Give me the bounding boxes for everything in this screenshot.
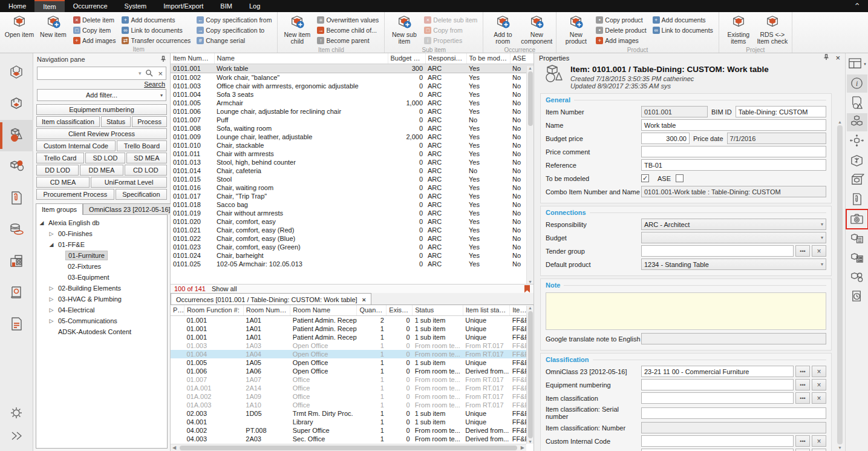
ase-checkbox[interactable] bbox=[676, 174, 684, 182]
rightbar-attachments-icon[interactable] bbox=[847, 191, 867, 209]
rightbar-components-icon[interactable] bbox=[847, 268, 867, 286]
tree-collapsed-icon[interactable]: ▷ bbox=[47, 296, 56, 302]
to-be-modeled-checkbox[interactable]: ✓ bbox=[641, 174, 649, 182]
filter-chip-procurement-process[interactable]: Procurement Process bbox=[36, 189, 114, 200]
delete-item-button[interactable]: ×Delete item bbox=[71, 15, 117, 25]
scroll-down-icon[interactable]: ▼ bbox=[838, 446, 842, 450]
table-row[interactable]: 0101.023Chair, comfort, easy (Green)0ARC… bbox=[171, 243, 537, 251]
show-all-link[interactable]: Show all bbox=[212, 285, 237, 292]
table-row[interactable]: 01.0061A06Open Office10From room te...De… bbox=[171, 367, 534, 375]
rightbar-camera-icon[interactable] bbox=[847, 210, 867, 228]
menu-tab-home[interactable]: Home bbox=[0, 0, 34, 12]
bookmark-icon[interactable] bbox=[524, 285, 530, 293]
close-tab-icon[interactable]: × bbox=[362, 296, 366, 303]
filter-chip-process[interactable]: Process bbox=[132, 116, 167, 127]
table-row[interactable]: 0101.021Chair, comfort, easy (Red)0ARCYe… bbox=[171, 226, 537, 234]
search-input[interactable] bbox=[38, 70, 136, 77]
column-header-budget-price[interactable]: Budget price bbox=[388, 53, 425, 64]
table-row[interactable]: 0101.022Chair, comfort, easy (Blue)0ARCY… bbox=[171, 234, 537, 243]
menu-tab-system[interactable]: System bbox=[116, 0, 155, 12]
column-header-room-number[interactable]: Room Number bbox=[243, 305, 290, 315]
filter-chip-item-classification[interactable]: Item classification bbox=[36, 116, 100, 127]
leftbar-expand-icon[interactable] bbox=[9, 430, 24, 443]
filter-chip-client-review-process[interactable]: Client Review Process bbox=[36, 128, 167, 139]
lookup-button[interactable]: ••• bbox=[795, 449, 810, 451]
table-row[interactable]: 0101.005Armchair1,000ARCYesNo bbox=[171, 99, 537, 107]
rightbar-move-3d-icon[interactable] bbox=[847, 133, 867, 151]
menu-tab-log[interactable]: Log bbox=[241, 0, 269, 12]
copy-product-button[interactable]: •Copy product bbox=[594, 15, 648, 25]
filter-chip-custom-internal-code[interactable]: Custom Internal Code bbox=[36, 140, 116, 151]
menu-tab-bim[interactable]: BIM bbox=[212, 0, 241, 12]
tree-expanded-icon[interactable]: ◢ bbox=[47, 242, 56, 248]
tree-collapsed-icon[interactable]: ▷ bbox=[47, 307, 56, 313]
pin-icon[interactable] bbox=[160, 56, 166, 64]
ribbon-collapse-icon[interactable]: ⌃ bbox=[846, 0, 868, 12]
tree-node[interactable]: ▷02-Building Elements bbox=[36, 283, 167, 294]
column-header-name[interactable]: Name bbox=[214, 53, 388, 64]
change-serial-button[interactable]: #Change serial bbox=[195, 35, 273, 45]
menu-tab-occurrence[interactable]: Occurrence bbox=[65, 0, 116, 12]
leftbar-rooms-alt-icon[interactable] bbox=[0, 88, 33, 120]
table-row[interactable]: 0101.024Chair, barheight0ARCYesNo bbox=[171, 251, 537, 260]
table-row[interactable]: 04.001Library101 sub itemUniqueFF&E bbox=[171, 418, 534, 426]
column-header-room-name[interactable]: Room Name bbox=[290, 305, 357, 315]
table-row[interactable]: 0101.007Puff0ARCNoNo bbox=[171, 116, 537, 124]
tree-node[interactable]: 02-Fixtures bbox=[36, 261, 167, 272]
field-input[interactable] bbox=[641, 146, 826, 157]
field-input[interactable]: Work table bbox=[641, 119, 826, 131]
search-history-chevron-icon[interactable]: ▾ bbox=[136, 70, 144, 76]
table-row[interactable]: 0101.010Chair, stackable0ARCYesNo bbox=[171, 141, 537, 150]
filter-chip-uniformat-level[interactable]: UniFormat Level bbox=[91, 177, 167, 188]
lookup-button[interactable]: ••• bbox=[795, 435, 810, 447]
table-row[interactable]: 01A.0012A14Office10From room te...From R… bbox=[171, 384, 534, 392]
table-row[interactable]: 01.0011A01Patient Admin. Recept.101 sub … bbox=[171, 324, 534, 333]
note-textarea[interactable] bbox=[546, 292, 826, 330]
table-row[interactable]: 0101.008Sofa, waiting room0ARCYesNo bbox=[171, 124, 537, 133]
rightbar-item-qr-icon[interactable] bbox=[847, 249, 867, 267]
scroll-up-icon[interactable]: ▲ bbox=[528, 306, 532, 310]
field-input[interactable]: TB-01 bbox=[641, 159, 826, 171]
tree-node[interactable]: ◢Alexia English db bbox=[36, 217, 167, 228]
column-header-room-function-[interactable]: Room Function #: bbox=[184, 305, 243, 315]
dropdown-budget[interactable]: ▾ bbox=[641, 232, 826, 243]
open-item-button[interactable]: Open item bbox=[2, 13, 36, 39]
rightbar-layout-selector-icon[interactable]: ▾ bbox=[847, 55, 867, 73]
properties-scrollbar[interactable]: ▲ ▼ bbox=[836, 120, 844, 450]
tree-node[interactable]: ◢01-FF&E bbox=[36, 239, 167, 250]
occurrences-horizontal-scrollbar[interactable]: ◀ ▶ bbox=[171, 444, 526, 451]
tree-node[interactable]: 01-Furniture bbox=[36, 250, 167, 261]
tree-collapsed-icon[interactable]: ▷ bbox=[47, 318, 56, 324]
lookup-button[interactable]: ••• bbox=[795, 379, 810, 390]
add-filter-button[interactable]: Add filter... ▾ bbox=[37, 89, 166, 101]
new-item-button[interactable]: New item bbox=[36, 13, 70, 39]
table-row[interactable]: 0101.013Stool, high, behind counter0ARCY… bbox=[171, 158, 537, 166]
table-row[interactable]: 01A.0021A09Office10From room te...From R… bbox=[171, 392, 534, 401]
column-header-quantity[interactable]: Quantity bbox=[357, 305, 387, 315]
table-row[interactable]: 01A.0031A10Office10From room te...From R… bbox=[171, 401, 534, 409]
clear-link-icon[interactable]: × bbox=[812, 245, 826, 257]
field-input[interactable] bbox=[641, 392, 794, 404]
close-panel-icon[interactable]: × bbox=[835, 53, 840, 62]
scroll-left-icon[interactable]: ◀ bbox=[171, 445, 178, 450]
dropdown-default-product[interactable]: 1234 - Standing Table▾ bbox=[641, 258, 826, 270]
filter-chip-cd-mea[interactable]: CD MEA bbox=[36, 177, 90, 188]
rightbar-sub-items-icon[interactable] bbox=[847, 113, 867, 131]
existing-items-button[interactable]: Existing items bbox=[722, 13, 755, 46]
search-clear-icon[interactable]: × bbox=[155, 69, 166, 78]
rightbar-item-list-icon[interactable] bbox=[847, 229, 867, 248]
table-row[interactable]: 0101.006Lounge chair, adjustable for rec… bbox=[171, 107, 537, 116]
column-header-item-number[interactable]: Item Number bbox=[171, 53, 214, 64]
table-row[interactable]: 0101.002Work chair, "balance"0ARCYesNo bbox=[171, 73, 537, 82]
dropdown-responsibility[interactable]: ARC - Architect▾ bbox=[641, 219, 826, 230]
tree-node[interactable]: ▷03-HVAC & Plumbing bbox=[36, 294, 167, 305]
transfer-occurrences-button[interactable]: ⇄Transfer occurrences bbox=[120, 35, 192, 45]
leftbar-catalog-icon[interactable] bbox=[0, 277, 33, 309]
occurrences-tab[interactable]: Occurrences [0101.001 / Table-Dining: CU… bbox=[171, 293, 371, 305]
pin-icon[interactable] bbox=[823, 54, 829, 62]
new-sub-item-button[interactable]: New sub item bbox=[387, 13, 421, 46]
table-row[interactable]: 0101.015Stool0ARCYesNo bbox=[171, 175, 537, 183]
column-header-existing-[interactable]: Existing... bbox=[387, 305, 413, 315]
table-row[interactable]: 04.002PT.008Super Office10From room te..… bbox=[171, 426, 534, 435]
table-row[interactable]: 0101.016Chair, waiting room0ARCYesNo bbox=[171, 183, 537, 192]
